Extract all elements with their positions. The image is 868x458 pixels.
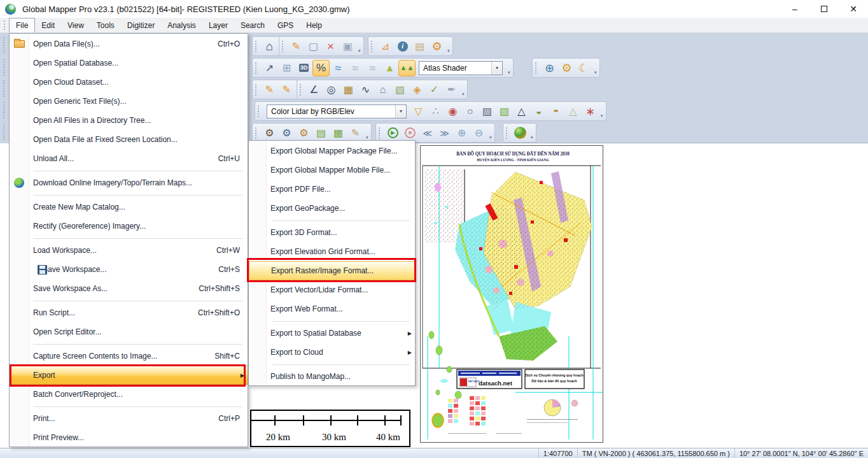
menu-item-save-workspace-as[interactable]: Save Workspace As...Ctrl+Shift+S [10, 279, 248, 298]
menu-item-open-script-editor[interactable]: Open Script Editor... [10, 322, 248, 341]
menu-item-open-cloud-dataset[interactable]: Open Cloud Dataset... [10, 73, 248, 92]
toolbar-grip[interactable] [255, 84, 258, 96]
menu-search[interactable]: Search [234, 18, 271, 32]
combine-areas-button[interactable]: ◈ [409, 82, 426, 98]
slower-button[interactable]: ≪ [419, 125, 436, 141]
menu-item-rectify-georeference-imagery[interactable]: Rectify (Georeference) Imagery... [10, 217, 248, 236]
digitizer-tool-button[interactable]: ✎ [288, 38, 305, 55]
menu-item-download-online-imagery-topo-terrain-maps[interactable]: Download Online Imagery/Topo/Terrain Map… [10, 173, 248, 192]
menu-item-export-raster-image-format[interactable]: Export Raster/Image Format... [249, 261, 415, 280]
toolbar-grip[interactable] [300, 84, 302, 96]
menu-item-export-global-mapper-package-file[interactable]: Export Global Mapper Package File... [249, 141, 415, 161]
verify-feature-button[interactable]: ✓ [426, 82, 443, 98]
classify-groups-button[interactable]: ◓ [547, 103, 564, 120]
chevron-down-icon[interactable]: ▾ [395, 105, 406, 118]
toolbar-overflow-icon[interactable]: ▾ [592, 70, 598, 77]
stop-animation-button[interactable]: ■ [402, 125, 419, 141]
menu-edit[interactable]: Edit [35, 18, 61, 32]
combine-terrain-button[interactable]: ▦ [330, 125, 347, 141]
menu-digitizer[interactable]: Digitizer [121, 18, 161, 32]
filter-lidar-button[interactable]: ▽ [410, 103, 427, 120]
lidar-draw-mode-combo[interactable]: Color Lidar by RGB/Elev▾ [267, 104, 407, 118]
maximize-button[interactable] [809, 0, 839, 18]
create-tin-button[interactable]: △ [513, 103, 530, 120]
thin-lidar-button[interactable]: ▨ [479, 103, 496, 120]
play-animation-button[interactable]: ▶ [384, 125, 402, 141]
sync-settings-button[interactable]: ⚙ [558, 60, 575, 76]
toolbar-overflow-icon[interactable]: ▾ [356, 48, 361, 55]
menu-item-print[interactable]: Print...Ctrl+P [10, 409, 248, 428]
menu-item-open-spatial-database[interactable]: Open Spatial Database... [10, 54, 248, 73]
extract-features-button[interactable]: ▧ [496, 103, 513, 120]
saved-view-add-button[interactable]: ⊕ [453, 125, 470, 141]
toolbar-overflow-icon[interactable]: ▾ [529, 135, 534, 142]
menu-item-open-generic-text-file-s[interactable]: Open Generic Text File(s)... [10, 92, 248, 111]
menu-file[interactable]: File [9, 18, 35, 32]
toolbar-grip[interactable] [3, 80, 5, 97]
menu-tools[interactable]: Tools [90, 18, 121, 32]
lock-selection-button[interactable]: ▣ [339, 38, 356, 55]
paint-terrain-button[interactable]: ✎ [347, 125, 364, 141]
toolbar-grip[interactable] [255, 62, 258, 74]
stamp-area-button[interactable]: ▧ [391, 82, 409, 98]
menu-item-open-all-files-in-a-directory-tree[interactable]: Open All Files in a Directory Tree... [10, 111, 248, 130]
create-buildings-button[interactable]: ⌂ [374, 82, 391, 98]
menu-item-export-3d-format[interactable]: Export 3D Format... [249, 223, 415, 242]
menu-item-export-to-spatial-database[interactable]: Export to Spatial Database▶ [249, 324, 415, 343]
night-shader-button[interactable]: ☾ [575, 60, 592, 76]
pan-frame-button[interactable]: ⊞ [278, 60, 295, 76]
measure-angle-button[interactable]: ∠ [305, 82, 323, 98]
menu-item-export-global-mapper-mobile-file[interactable]: Export Global Mapper Mobile File... [249, 161, 415, 180]
map-document[interactable]: BẢN ĐỒ QUY HOẠCH SỬ DỤNG ĐẤT ĐẾN NĂM 203… [420, 145, 603, 445]
menu-item-open-data-file-s[interactable]: Open Data File(s)...Ctrl+O [10, 34, 248, 54]
menu-item-load-workspace[interactable]: Load Workspace...Ctrl+W [10, 241, 248, 260]
toolbar-grip[interactable] [3, 59, 5, 76]
fly-to-position-button[interactable]: ↗ [261, 60, 278, 76]
toolbar-grip[interactable] [3, 102, 5, 118]
menu-item-unload-all[interactable]: Unload All...Ctrl+U [10, 149, 248, 168]
toolbar-grip[interactable] [3, 37, 5, 54]
menu-gps[interactable]: GPS [271, 18, 300, 32]
pole-settings-button[interactable]: ⚙ [295, 125, 312, 141]
faster-button[interactable]: ≫ [436, 125, 453, 141]
daylight-shader-button[interactable]: ▲ [381, 60, 398, 76]
toolbar-grip[interactable] [255, 41, 258, 52]
toolbar-grip[interactable] [255, 127, 258, 139]
create-route-button[interactable]: ∿ [357, 82, 374, 98]
toolbar-overflow-icon[interactable]: ▾ [460, 92, 465, 99]
range-rings-button[interactable]: ◎ [323, 82, 340, 98]
menu-item-batch-convert-reproject[interactable]: Batch Convert/Reproject... [10, 385, 248, 404]
delete-selected-button[interactable]: × [322, 38, 339, 55]
menu-item-export-geopackage[interactable]: Export GeoPackage... [249, 199, 415, 218]
menu-layer[interactable]: Layer [202, 18, 234, 32]
create-grid-button[interactable]: ▦ [340, 82, 357, 98]
atlas-shader-combo[interactable]: Atlas Shader▾ [419, 61, 503, 75]
create-point-button[interactable]: ✎ [261, 82, 278, 98]
menu-analysis[interactable]: Analysis [161, 18, 202, 32]
menu-view[interactable]: View [61, 18, 90, 32]
classify-noise-button[interactable]: ◒ [530, 103, 547, 120]
overlay-control-center-button[interactable]: ⚙ [428, 38, 445, 55]
menu-item-export-to-cloud[interactable]: Export to Cloud▶ [249, 343, 415, 362]
toolbar-overflow-icon[interactable]: ▾ [506, 70, 511, 77]
menu-item-capture-screen-contents-to-image[interactable]: Capture Screen Contents to Image...Shift… [10, 347, 248, 366]
menu-item-export[interactable]: Export▶ [10, 366, 248, 385]
toolbar-grip[interactable] [535, 62, 538, 74]
toolbar-grip[interactable] [258, 106, 260, 117]
toolbar-overflow-icon[interactable]: ▾ [599, 113, 604, 120]
create-area-button[interactable]: ✎ [278, 82, 295, 98]
find-data-button[interactable]: ▤ [411, 38, 428, 55]
lidar-qc-button[interactable]: ◉ [444, 103, 461, 120]
home-button[interactable]: ⌂ [261, 38, 278, 55]
watershed-button[interactable]: ▤ [312, 125, 330, 141]
toolbar-overflow-icon[interactable]: ▾ [487, 135, 493, 142]
measure-tool-button[interactable]: ⊿ [377, 38, 394, 55]
close-button[interactable]: ✕ [839, 0, 868, 18]
menu-item-run-script[interactable]: Run Script...Ctrl+Shift+O [10, 303, 248, 322]
toolbar-grip[interactable] [3, 124, 5, 140]
online-sources-button[interactable]: ⊕ [541, 60, 558, 76]
toolbar-grip[interactable] [506, 127, 508, 139]
mesh-terrain-button[interactable]: △ [564, 103, 582, 120]
menu-item-print-preview[interactable]: Print Preview... [10, 428, 248, 447]
menu-item-export-elevation-grid-format[interactable]: Export Elevation Grid Format... [249, 242, 415, 261]
